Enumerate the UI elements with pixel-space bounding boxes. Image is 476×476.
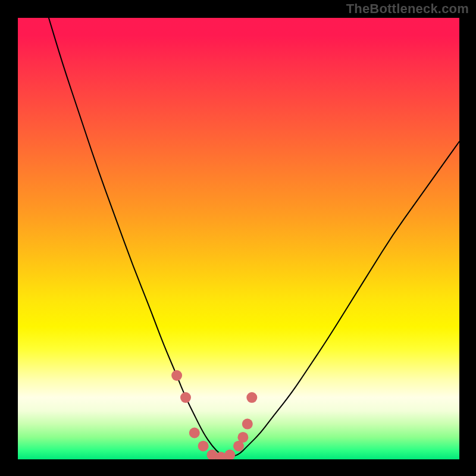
- marker-point: [246, 392, 257, 403]
- marker-point: [242, 419, 253, 430]
- marker-point: [224, 450, 235, 459]
- marker-point: [171, 370, 182, 381]
- watermark-text: TheBottleneck.com: [346, 1, 469, 17]
- marker-point: [198, 441, 209, 452]
- marker-group: [171, 370, 257, 459]
- curve-svg: [18, 18, 459, 459]
- chart-container: TheBottleneck.com: [0, 0, 476, 476]
- plot-area: [18, 18, 459, 459]
- bottleneck-curve: [49, 18, 459, 456]
- marker-point: [180, 392, 191, 403]
- marker-point: [189, 428, 200, 439]
- marker-point: [237, 432, 248, 443]
